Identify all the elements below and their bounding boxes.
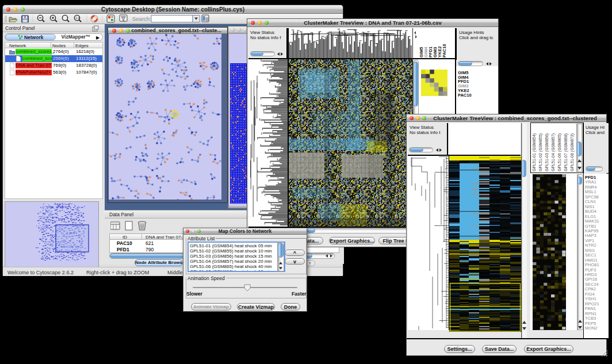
svg-text:GPL51-04 (GSM857): GPL51-04 (GSM857) [551,133,556,171]
svg-text:GPL51-06 (GSM865): GPL51-06 (GSM865) [557,133,562,171]
svg-text:Search:: Search: [132,16,151,22]
svg-text:1:1: 1:1 [75,16,79,20]
svg-text:GPL51-02 (GSM855): GPL51-02 (GSM855) [538,133,543,171]
svg-text:PAC10: PAC10 [442,44,447,58]
svg-text:GPL51-03 (GSM856): GPL51-03 (GSM856) [545,133,549,171]
svg-text:MON2: MON2 [585,325,598,331]
svg-text:GPL51-08 (GSM872): GPL51-08 (GSM872) [570,133,575,171]
svg-text:GPL51-01 (GSM854): GPL51-01 (GSM854) [532,133,537,171]
svg-text:GPL51-07 (GSM868): GPL51-07 (GSM868) [564,133,568,171]
